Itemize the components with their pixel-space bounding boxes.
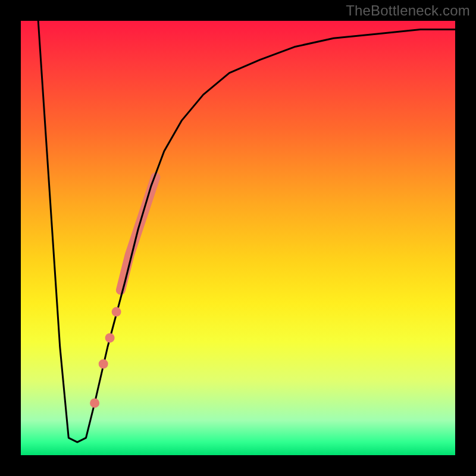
plot-area	[21, 21, 455, 455]
curve-marker	[112, 307, 121, 317]
chart-frame: TheBottleneck.com	[0, 0, 476, 476]
curve-marker	[99, 359, 108, 369]
curve-marker	[90, 398, 99, 408]
chart-svg	[21, 21, 455, 455]
curve-marker	[105, 333, 115, 343]
watermark-text: TheBottleneck.com	[346, 2, 470, 19]
thick-segment	[121, 177, 155, 290]
curve-line	[38, 21, 455, 442]
